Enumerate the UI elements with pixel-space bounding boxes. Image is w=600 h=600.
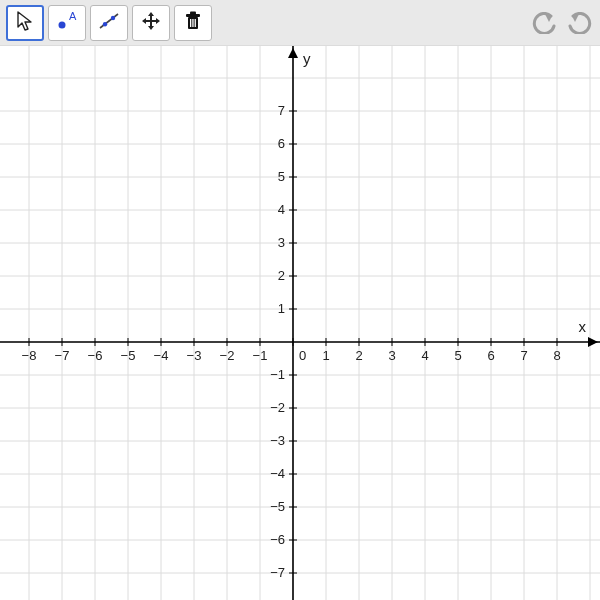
pan-icon bbox=[140, 10, 162, 36]
svg-text:−1: −1 bbox=[253, 348, 268, 363]
svg-text:2: 2 bbox=[278, 268, 285, 283]
graph-canvas[interactable]: −8−7−6−5−4−3−2−1012345678−7−6−5−4−3−2−11… bbox=[0, 46, 600, 600]
svg-text:A: A bbox=[69, 10, 77, 22]
svg-point-3 bbox=[103, 22, 107, 26]
svg-text:−8: −8 bbox=[22, 348, 37, 363]
svg-rect-10 bbox=[195, 19, 196, 27]
svg-text:4: 4 bbox=[278, 202, 285, 217]
cursor-icon bbox=[15, 10, 35, 36]
pan-tool[interactable] bbox=[132, 5, 170, 41]
svg-text:5: 5 bbox=[278, 169, 285, 184]
svg-text:−2: −2 bbox=[220, 348, 235, 363]
svg-text:−5: −5 bbox=[121, 348, 136, 363]
svg-text:−6: −6 bbox=[88, 348, 103, 363]
svg-text:1: 1 bbox=[278, 301, 285, 316]
undo-icon bbox=[532, 12, 558, 34]
svg-text:2: 2 bbox=[355, 348, 362, 363]
redo-icon bbox=[566, 12, 592, 34]
svg-point-4 bbox=[111, 15, 115, 19]
svg-text:−4: −4 bbox=[270, 466, 285, 481]
svg-text:−5: −5 bbox=[270, 499, 285, 514]
toolbar: A bbox=[0, 0, 600, 46]
svg-text:3: 3 bbox=[388, 348, 395, 363]
trash-icon bbox=[183, 10, 203, 36]
svg-text:−7: −7 bbox=[55, 348, 70, 363]
line-tool[interactable] bbox=[90, 5, 128, 41]
svg-text:−2: −2 bbox=[270, 400, 285, 415]
svg-text:4: 4 bbox=[421, 348, 428, 363]
svg-text:7: 7 bbox=[520, 348, 527, 363]
coordinate-plane: −8−7−6−5−4−3−2−1012345678−7−6−5−4−3−2−11… bbox=[0, 46, 600, 600]
move-tool[interactable] bbox=[6, 5, 44, 41]
svg-text:6: 6 bbox=[487, 348, 494, 363]
svg-rect-8 bbox=[190, 19, 191, 27]
svg-text:1: 1 bbox=[322, 348, 329, 363]
svg-text:−3: −3 bbox=[270, 433, 285, 448]
svg-text:8: 8 bbox=[553, 348, 560, 363]
svg-text:7: 7 bbox=[278, 103, 285, 118]
svg-rect-7 bbox=[190, 11, 196, 14]
redo-button[interactable] bbox=[564, 8, 594, 38]
point-tool[interactable]: A bbox=[48, 5, 86, 41]
svg-text:−7: −7 bbox=[270, 565, 285, 580]
svg-text:6: 6 bbox=[278, 136, 285, 151]
svg-point-0 bbox=[59, 21, 66, 28]
svg-rect-9 bbox=[192, 19, 193, 27]
svg-text:−1: −1 bbox=[270, 367, 285, 382]
line-icon bbox=[97, 10, 121, 36]
point-icon: A bbox=[55, 10, 79, 36]
undo-button[interactable] bbox=[530, 8, 560, 38]
svg-text:−3: −3 bbox=[187, 348, 202, 363]
svg-text:−6: −6 bbox=[270, 532, 285, 547]
svg-text:5: 5 bbox=[454, 348, 461, 363]
delete-tool[interactable] bbox=[174, 5, 212, 41]
x-axis-label: x bbox=[579, 318, 587, 335]
y-axis-label: y bbox=[303, 50, 311, 67]
svg-text:−4: −4 bbox=[154, 348, 169, 363]
svg-line-2 bbox=[100, 14, 118, 28]
svg-text:3: 3 bbox=[278, 235, 285, 250]
svg-text:0: 0 bbox=[299, 348, 306, 363]
